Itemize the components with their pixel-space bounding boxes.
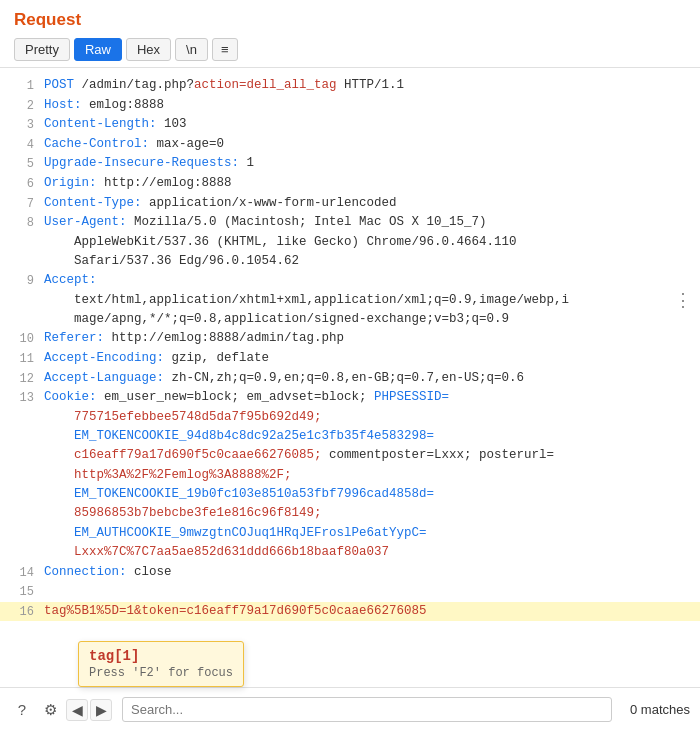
raw-button[interactable]: Raw — [74, 38, 122, 61]
pretty-button[interactable]: Pretty — [14, 38, 70, 61]
matches-count: 0 matches — [620, 702, 690, 717]
code-line-13: 13 Cookie: em_user_new=block; em_advset=… — [0, 388, 700, 562]
hex-button[interactable]: Hex — [126, 38, 171, 61]
code-line-7: 7 Content-Type: application/x-www-form-u… — [0, 194, 700, 214]
code-line-8: 8 User-Agent: Mozilla/5.0 (Macintosh; In… — [0, 213, 700, 271]
panel-title: Request — [14, 10, 686, 30]
code-line-5: 5 Upgrade-Insecure-Requests: 1 — [0, 154, 700, 174]
menu-button[interactable]: ≡ — [212, 38, 238, 61]
code-line-1: 1 POST /admin/tag.php?action=dell_all_ta… — [0, 76, 700, 96]
more-options-icon[interactable]: ⋮ — [674, 288, 692, 316]
code-line-2: 2 Host: emlog:8888 — [0, 96, 700, 116]
next-match-button[interactable]: ▶ — [90, 699, 112, 721]
code-line-12: 12 Accept-Language: zh-CN,zh;q=0.9,en;q=… — [0, 369, 700, 389]
code-line-6: 6 Origin: http://emlog:8888 — [0, 174, 700, 194]
code-line-3: 3 Content-Length: 103 — [0, 115, 700, 135]
autocomplete-value: tag[1] — [89, 648, 233, 664]
help-icon[interactable]: ? — [10, 698, 34, 722]
code-line-4: 4 Cache-Control: max-age=0 — [0, 135, 700, 155]
code-line-15: 15 — [0, 582, 700, 602]
bottom-bar: ? ⚙ ◀ ▶ 0 matches — [0, 687, 700, 731]
autocomplete-popup: tag[1] Press 'F2' for focus — [78, 641, 244, 687]
code-area: 1 POST /admin/tag.php?action=dell_all_ta… — [0, 68, 700, 629]
prev-match-button[interactable]: ◀ — [66, 699, 88, 721]
search-wrap — [122, 697, 612, 722]
settings-icon[interactable]: ⚙ — [38, 698, 62, 722]
code-line-9: 9 Accept: text/html,application/xhtml+xm… — [0, 271, 700, 329]
search-input[interactable] — [122, 697, 612, 722]
request-header: Request Pretty Raw Hex \n ≡ — [0, 0, 700, 68]
toolbar: Pretty Raw Hex \n ≡ — [14, 38, 686, 61]
code-line-16: 16 tag%5B1%5D=1&token=c16eaff79a17d690f5… — [0, 602, 700, 622]
autocomplete-hint: Press 'F2' for focus — [89, 666, 233, 680]
newline-button[interactable]: \n — [175, 38, 208, 61]
code-line-14: 14 Connection: close — [0, 563, 700, 583]
code-line-10: 10 Referer: http://emlog:8888/admin/tag.… — [0, 329, 700, 349]
code-line-11: 11 Accept-Encoding: gzip, deflate — [0, 349, 700, 369]
